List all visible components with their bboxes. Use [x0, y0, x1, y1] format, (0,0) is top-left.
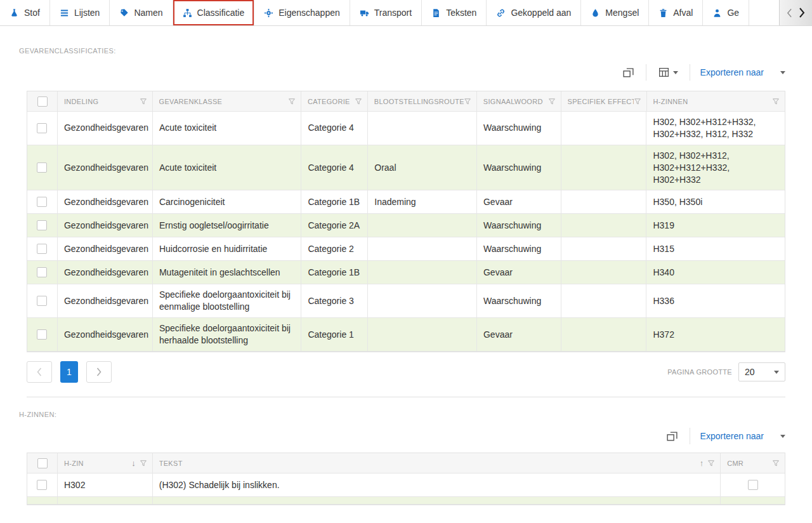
filter-icon[interactable] [772, 98, 780, 105]
row-checkbox[interactable] [748, 480, 758, 490]
table-row[interactable]: GezondheidsgevarenCarcinogeniciteitCateg… [27, 190, 785, 214]
page-size-dropdown[interactable]: 20 [738, 362, 785, 381]
cell-h-zin: H302 [58, 473, 153, 496]
cell-select [27, 473, 58, 496]
column-header-blootstellingsroute[interactable]: BLOOTSTELLINGSROUTE [368, 91, 477, 111]
column-header-specifiek-effect[interactable]: SPECIFIEK EFFECT [561, 91, 647, 111]
cell-text: H319 [653, 220, 674, 232]
table-row[interactable]: GezondheidsgevarenErnstig oogletsel/oogi… [27, 214, 785, 237]
cell-categorie: Categorie 1B [301, 261, 368, 284]
row-checkbox[interactable] [37, 480, 47, 490]
row-checkbox[interactable] [37, 267, 47, 277]
tab-eigenschappen[interactable]: Eigenschappen [254, 0, 350, 25]
cell-text: Waarschuwing [483, 295, 541, 307]
cell-text: H302 [64, 479, 85, 491]
table-row[interactable]: GezondheidsgevarenMutageniteit in geslac… [27, 261, 785, 284]
filter-icon[interactable] [140, 460, 147, 467]
tab-lijsten[interactable]: Lijsten [50, 0, 110, 25]
table-row[interactable]: H302(H302) Schadelijk bij inslikken. [27, 473, 785, 497]
pagination: 1 PAGINA GROOTTE 20 [27, 361, 785, 383]
scroll-left-icon[interactable] [787, 8, 792, 18]
cell-categorie: Categorie 1B [301, 190, 368, 213]
cell-blootstellingsroute [368, 214, 477, 237]
chevron-down-icon [780, 71, 785, 74]
cell-text: Gezondheidsgevaren [64, 220, 148, 232]
tab-mengsel[interactable]: Mengsel [581, 0, 649, 25]
row-checkbox[interactable] [37, 296, 47, 306]
column-header-gevarenklasse[interactable]: GEVARENKLASSE [153, 91, 301, 111]
filter-icon[interactable] [140, 98, 147, 105]
column-header-categorie[interactable]: CATEGORIE [301, 91, 368, 111]
filter-icon[interactable] [288, 98, 296, 105]
page-1-button[interactable]: 1 [60, 361, 78, 383]
export-dropdown[interactable]: Exporteren naar [700, 67, 785, 77]
row-checkbox[interactable] [37, 123, 47, 133]
cell-blootstellingsroute [368, 284, 477, 317]
column-header-signaalwoord[interactable]: SIGNAALWOORD [477, 91, 561, 111]
select-all-checkbox[interactable] [37, 458, 48, 468]
cell-categorie: Categorie 3 [301, 284, 368, 317]
column-header-cmr[interactable]: CMR [721, 453, 785, 473]
tab-afval[interactable]: Afval [649, 0, 703, 25]
tab-transport[interactable]: Transport [350, 0, 422, 25]
prev-page-button[interactable] [27, 361, 52, 383]
column-header-h-zinnen[interactable]: H-ZINNEN [647, 91, 785, 111]
filter-icon[interactable] [634, 98, 641, 105]
table-row[interactable]: GezondheidsgevarenAcute toxiciteitCatego… [27, 145, 785, 191]
cell-select [27, 237, 58, 260]
cell-text: Gezondheidsgevaren [64, 329, 148, 341]
export-label: Exporteren naar [700, 431, 764, 441]
cell-categorie: Categorie 2 [301, 237, 368, 260]
cell-text: H340 [653, 267, 674, 279]
chevron-left-icon [37, 367, 42, 376]
filter-icon[interactable] [772, 460, 780, 467]
next-page-button[interactable] [86, 361, 112, 383]
column-header-select [27, 453, 58, 473]
droplet-icon [591, 8, 600, 18]
filter-icon[interactable] [464, 98, 471, 105]
filter-icon[interactable] [355, 98, 362, 105]
cell-signaalwoord: Waarschuwing [477, 284, 561, 317]
row-checkbox[interactable] [37, 197, 47, 207]
cell-text: Categorie 2 [308, 243, 353, 255]
column-header-h-zin[interactable]: H-ZIN↓ [58, 453, 153, 473]
scroll-right-icon[interactable] [799, 8, 805, 18]
table-row[interactable]: GezondheidsgevarenAcute toxiciteitCatego… [27, 112, 785, 145]
tab-ge[interactable]: Ge [703, 0, 749, 25]
h-zinnen-table: H-ZIN↓TEKST↑CMRH302(H302) Schadelijk bij… [27, 453, 785, 505]
cell-specifiek-effect [561, 237, 647, 260]
export-grid-icon [658, 67, 670, 79]
tab-classificatie[interactable]: Classificatie [173, 0, 255, 25]
row-checkbox[interactable] [37, 220, 47, 230]
cell-signaalwoord: Waarschuwing [477, 237, 561, 260]
h-zinnen-toolbar: Exporteren naar [27, 426, 785, 446]
table-row[interactable]: GezondheidsgevarenSpecifieke doelorgaant… [27, 284, 785, 318]
column-label: GEVARENKLASSE [159, 98, 223, 105]
tab-stof[interactable]: Stof [0, 0, 50, 25]
table-row-partial[interactable] [27, 497, 785, 505]
column-chooser-button[interactable] [665, 429, 679, 444]
cell-gevarenklasse: Carcinogeniciteit [153, 190, 302, 213]
column-header-indeling[interactable]: INDELING [58, 91, 153, 111]
export-dropdown[interactable]: Exporteren naar [700, 431, 785, 441]
row-checkbox[interactable] [37, 162, 47, 173]
table-row[interactable]: GezondheidsgevarenSpecifieke doelorgaant… [27, 318, 785, 352]
filter-icon[interactable] [548, 98, 556, 105]
sort-descending-icon[interactable]: ↓ [131, 458, 136, 468]
classifications-table-wrap: INDELINGGEVARENKLASSECATEGORIEBLOOTSTELL… [27, 91, 785, 352]
column-chooser-button[interactable] [621, 65, 636, 80]
tab-teksten[interactable]: Teksten [422, 0, 487, 25]
row-checkbox[interactable] [37, 329, 47, 340]
tab-gekoppeld-aan[interactable]: Gekoppeld aan [487, 0, 581, 25]
row-checkbox[interactable] [37, 244, 47, 254]
column-label: CMR [727, 460, 743, 467]
cell-indeling: Gezondheidsgevaren [58, 261, 153, 284]
table-row[interactable]: GezondheidsgevarenHuidcorrosie en huidir… [27, 237, 785, 261]
sort-ascending-icon[interactable]: ↑ [700, 458, 704, 468]
select-all-checkbox[interactable] [37, 96, 48, 107]
column-label: BLOOTSTELLINGSROUTE [374, 98, 464, 105]
column-header-tekst[interactable]: TEKST↑ [153, 453, 721, 473]
export-grid-button[interactable] [657, 65, 679, 80]
filter-icon[interactable] [707, 460, 715, 467]
tab-namen[interactable]: Namen [110, 0, 173, 25]
